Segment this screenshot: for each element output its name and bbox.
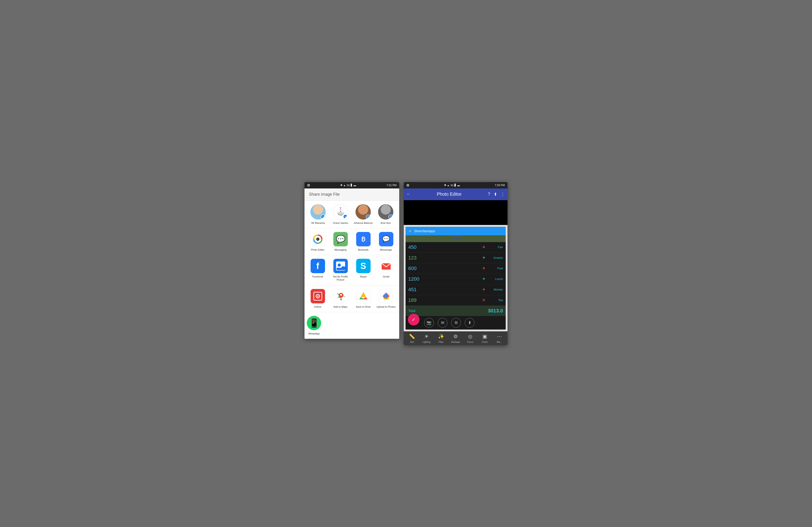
contact-amir[interactable]: m Amir Aziz — [376, 204, 396, 225]
email-action[interactable]: ✉ — [438, 318, 448, 328]
avatar-johanna: m — [356, 204, 371, 220]
avatar-amir: m — [378, 204, 393, 220]
app-save-to-drive[interactable]: Save to Drive — [352, 289, 374, 308]
action-icons-row: 📷 ✉ ⧉ ⬆ — [424, 318, 475, 328]
svg-text:G: G — [337, 292, 339, 295]
app-label-upload-photos: Upload to Photos — [376, 305, 395, 308]
contact-wi-wanwisa[interactable]: m Wi Wanwisa — [308, 204, 328, 225]
gmail-icon — [379, 259, 393, 273]
more-button[interactable]: ⋮ — [501, 192, 505, 197]
app-label-messaging: Messaging — [334, 248, 346, 251]
app-inshot[interactable]: InShot — [307, 289, 329, 308]
network-label: 3G — [347, 184, 350, 187]
svg-point-3 — [317, 238, 319, 240]
expense-row-lunch: 1200 + Lunch — [406, 274, 506, 284]
tool-lighting[interactable]: ☀ Lighting — [419, 334, 434, 343]
app-gmail[interactable]: Gmail — [375, 259, 397, 282]
label-snacks: Snacks — [487, 256, 503, 259]
fab-check-button[interactable]: ✓ — [408, 314, 420, 326]
contacts-section: m Wi Wanwisa WOMOutlastingMarcelion♦ Afe… — [304, 201, 399, 228]
app-label-gmail: Gmail — [383, 275, 389, 278]
right-status-center: ✱ ▲ 3G ▋ ▬ — [444, 184, 460, 187]
company-name: SilverStarApps — [414, 229, 435, 233]
lighting-icon: ☀ — [424, 334, 429, 340]
tool-focus[interactable]: ◎ Focus — [463, 334, 478, 343]
time-display-left: 7:31 PM — [386, 184, 396, 187]
app-bluetooth[interactable]: 𐐂 Bluetooth — [352, 232, 374, 251]
app-facebook[interactable]: f Facebook — [307, 259, 329, 282]
expense-header: ★ SilverStarApps — [406, 227, 506, 235]
signal-icon: ▋ — [351, 184, 352, 187]
amount-fair: 450 — [408, 244, 480, 250]
total-label: Total — [408, 309, 488, 313]
app-label-add-to-maps: Add to Maps — [334, 305, 348, 308]
messenger-badge: m — [321, 215, 325, 219]
amount-tea: 189 — [408, 297, 480, 303]
label-lunch: Lunch — [487, 277, 503, 281]
camera-action[interactable]: 📷 — [424, 318, 434, 328]
contact-johanna[interactable]: m Johanna Balonso — [353, 204, 373, 225]
star-icon: ★ — [408, 229, 412, 234]
amount-fuel: 600 — [408, 266, 480, 271]
phone-right: 🖼 ✱ ▲ 3G ▋ ▬ 7:29 PM ← Photo Editor ? ⬆ … — [404, 182, 508, 345]
app-skype[interactable]: S Skype — [352, 259, 374, 282]
tool-more[interactable]: ⋯ Ma... — [492, 334, 507, 343]
label-fair: Fair — [487, 245, 503, 249]
messenger-badge-johanna: m — [366, 215, 371, 219]
signal-right: ▋ — [454, 184, 456, 187]
tool-clone[interactable]: ▣ Clone — [478, 334, 492, 343]
back-button[interactable]: ← — [406, 192, 410, 197]
messenger-badge-amir: m — [388, 215, 393, 219]
app-label-set-profile: Set As Profile Picture — [330, 275, 351, 282]
copy-action[interactable]: ⧉ — [451, 318, 461, 328]
fab-area: ✓ 📷 ✉ ⧉ ⬆ — [406, 316, 506, 330]
share-action[interactable]: ⬆ — [465, 318, 475, 328]
help-button[interactable]: ? — [488, 192, 490, 197]
apps-grid-row2: f Facebook 👤 — [307, 259, 397, 282]
amount-snacks: 123 — [408, 255, 480, 261]
battery-right: ▬ — [457, 184, 460, 187]
app-set-profile[interactable]: 👤 Set As Profile Picture — [330, 259, 351, 282]
svg-point-20 — [340, 294, 342, 296]
app-photo-editor[interactable]: Photo Editor — [307, 232, 329, 251]
share-header: Share image File — [304, 189, 399, 201]
screens-container: 🖼 ✱ ▲ 3G ▋ ▬ 7:31 PM Share image File m — [300, 178, 512, 350]
reshape-label: Reshape — [451, 341, 460, 343]
tool-filter[interactable]: ✨ Filter — [434, 334, 448, 343]
expense-row-fair: 450 + Fair — [406, 242, 506, 253]
status-left-icons: 🖼 — [307, 184, 310, 187]
filter-icon: ✨ — [438, 334, 444, 340]
total-row: Total 3013.0 — [406, 306, 506, 316]
apps-grid-row1: Photo Editor 💬 Messaging 𐐂 Bluetooth — [307, 232, 397, 251]
diet-label: Diet — [410, 341, 414, 343]
contact-grace-santos[interactable]: WOMOutlastingMarcelion♦ Afer m Grace San… — [331, 204, 351, 225]
contact-name-wi: Wi Wanwisa — [311, 221, 325, 225]
tool-reshape[interactable]: ⚙ Reshape — [448, 334, 463, 343]
app-add-to-maps[interactable]: G Add to Maps — [330, 289, 351, 308]
messenger-icon: 💬 — [379, 232, 393, 246]
focus-icon: ◎ — [468, 334, 472, 340]
expense-row-fuel: 600 + Fuel — [406, 263, 506, 274]
op-fuel: + — [480, 266, 487, 271]
op-tea: = — [480, 298, 487, 303]
share-button[interactable]: ⬆ — [494, 192, 497, 197]
total-amount: 3013.0 — [488, 308, 503, 314]
tool-diet[interactable]: 📏 Diet — [405, 334, 419, 343]
app-upload-photos[interactable]: Upload to Photos — [375, 289, 397, 308]
app-whatsapp[interactable]: 📱 WhatsApp — [307, 316, 321, 335]
status-bar-right: 🖼 ✱ ▲ 3G ▋ ▬ 7:29 PM — [404, 182, 508, 189]
app-messaging[interactable]: 💬 Messaging — [330, 232, 351, 251]
expense-card: ★ SilverStarApps Travel 450 + Fair 123 — [406, 227, 506, 330]
app-label-save-to-drive: Save to Drive — [356, 305, 371, 308]
app-messenger[interactable]: 💬 Messenger — [375, 232, 397, 251]
diet-icon: 📏 — [409, 334, 415, 340]
reshape-icon: ⚙ — [453, 334, 458, 340]
inshot-icon — [310, 289, 325, 303]
messaging-icon: 💬 — [333, 232, 348, 246]
toolbar-icons: ? ⬆ ⋮ — [488, 192, 505, 197]
wifi-icon: ▲ — [343, 184, 346, 187]
contact-name-johanna: Johanna Balonso — [353, 221, 373, 225]
app-content: ★ SilverStarApps Travel 450 + Fair 123 — [404, 225, 508, 331]
photo-editor-icon — [310, 232, 325, 246]
app-label-bluetooth: Bluetooth — [358, 248, 368, 251]
